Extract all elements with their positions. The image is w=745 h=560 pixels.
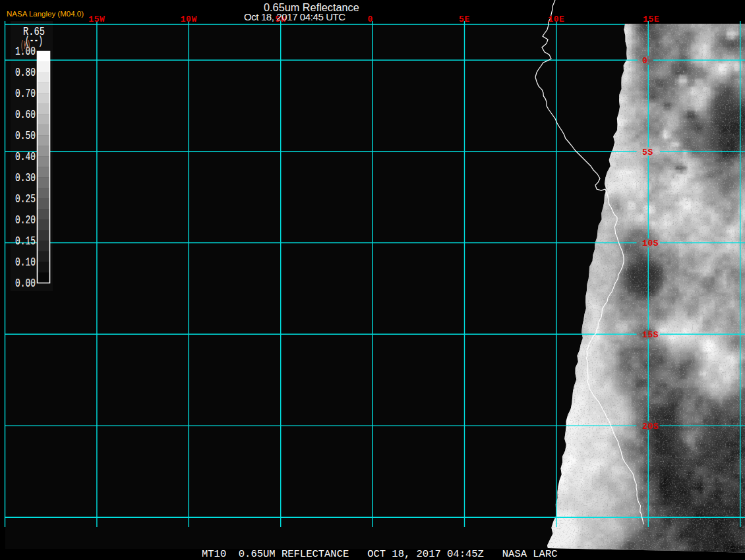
svg-text:0.00: 0.00	[15, 277, 36, 291]
svg-text:0.25: 0.25	[15, 192, 36, 206]
svg-text:10E: 10E	[548, 14, 564, 24]
svg-text:0: 0	[642, 56, 647, 66]
svg-text:0.50: 0.50	[15, 129, 36, 143]
svg-text:0.70: 0.70	[15, 87, 36, 101]
svg-text:0.30: 0.30	[15, 171, 36, 185]
svg-text:0.40: 0.40	[15, 150, 36, 164]
svg-text:0.80: 0.80	[15, 66, 36, 80]
svg-text:15E: 15E	[643, 14, 659, 24]
svg-text:20S: 20S	[642, 422, 659, 432]
svg-text:0.60: 0.60	[15, 108, 36, 122]
svg-text:0: 0	[367, 14, 372, 24]
svg-text:10W: 10W	[181, 14, 197, 24]
svg-text:0.15: 0.15	[15, 235, 36, 248]
svg-text:15W: 15W	[88, 14, 105, 24]
svg-text:5S: 5S	[642, 148, 653, 157]
svg-text:0.20: 0.20	[15, 213, 36, 227]
svg-text:10S: 10S	[642, 238, 659, 248]
svg-text:0.10: 0.10	[15, 256, 36, 269]
svg-text:MT10 0.65UM REFLECTANCE OCT: MT10 0.65UM REFLECTANCE OCT 18, 2017 04:…	[202, 548, 558, 560]
svg-text:(K): (K)	[20, 39, 30, 53]
svg-text:15S: 15S	[642, 330, 659, 340]
svg-text:5E: 5E	[459, 14, 470, 24]
